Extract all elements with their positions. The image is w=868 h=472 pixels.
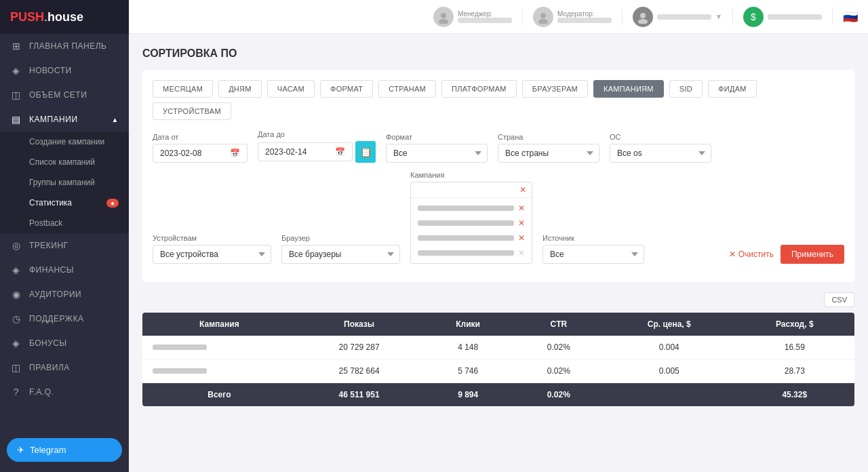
date-from-input[interactable]: 📅 xyxy=(153,144,248,163)
sidebar-item-main-panel[interactable]: ⊞ ГЛАВНАЯ ПАНЕЛЬ xyxy=(0,34,129,58)
sub-item-statistics[interactable]: Статистика ● xyxy=(0,193,129,213)
sidebar-item-label: F.A.Q. xyxy=(29,387,54,397)
campaign-bar-2 xyxy=(418,220,514,226)
sidebar-item-news[interactable]: ◈ НОВОСТИ xyxy=(0,58,129,83)
data-table: Кампания Показы Клики CTR Ср. цена, $ Ра… xyxy=(142,313,854,406)
header-divider-4 xyxy=(832,8,833,25)
account-info[interactable]: ▼ xyxy=(633,7,722,27)
sort-btn-campaigns[interactable]: КАМПАНИЯМ xyxy=(593,80,664,98)
csv-button[interactable]: CSV xyxy=(824,292,854,307)
format-select[interactable]: Все xyxy=(386,144,488,163)
remove-icon-1[interactable]: ✕ xyxy=(518,203,525,213)
header-divider-3 xyxy=(732,8,733,25)
country-label: Страна xyxy=(498,133,599,141)
campaigns-submenu: Создание кампании Список кампаний Группы… xyxy=(0,132,129,233)
sub-item-create-campaign[interactable]: Создание кампании xyxy=(0,132,129,152)
table-footer-row: Всего 46 511 951 9 894 0.02% 45.32$ xyxy=(142,383,854,407)
footer-clicks: 9 894 xyxy=(422,383,513,407)
balance-icon: $ xyxy=(743,7,764,27)
sidebar-item-label: БОНУСЫ xyxy=(29,338,67,348)
sidebar-item-tracking[interactable]: ◎ ТРЕКИНГ xyxy=(0,233,129,258)
calendar-toggle-button[interactable]: 📋 xyxy=(355,141,376,163)
sidebar-item-finances[interactable]: ◈ ФИНАНСЫ xyxy=(0,258,129,282)
date-to-input[interactable]: 📅 xyxy=(258,142,353,161)
remove-icon-4[interactable]: ✕ xyxy=(518,248,525,258)
campaign-list-item[interactable]: ✕ xyxy=(411,245,532,260)
sidebar-item-network-volume[interactable]: ◫ ОБЪЕМ СЕТИ xyxy=(0,83,129,107)
sub-item-campaign-groups[interactable]: Группы кампаний xyxy=(0,172,129,193)
audiences-icon: ◉ xyxy=(10,289,22,300)
sidebar-item-audiences[interactable]: ◉ АУДИТОРИИ xyxy=(0,282,129,307)
sub-item-campaign-list[interactable]: Список кампаний xyxy=(0,152,129,172)
sort-btn-browsers[interactable]: БРАУЗЕРАМ xyxy=(522,80,588,98)
dropdown-icon: ▼ xyxy=(715,13,722,20)
sidebar-item-bonuses[interactable]: ◈ БОНУСЫ xyxy=(0,331,129,355)
campaign-list-item[interactable]: ✕ xyxy=(411,201,532,216)
campaign-dropdown[interactable]: ✕ ✕ ✕ ✕ xyxy=(410,182,532,264)
filter-row-1: Дата от 📅 Дата до 📅 📋 xyxy=(153,130,844,163)
manager-label: Менеджер: xyxy=(458,10,512,18)
os-group: ОС Все os xyxy=(610,133,711,163)
sub-item-label: Статистика xyxy=(29,198,72,208)
remove-icon-2[interactable]: ✕ xyxy=(518,218,525,228)
sub-item-label: Создание кампании xyxy=(29,137,104,146)
chevron-up-icon: ▲ xyxy=(112,116,119,123)
sort-btn-months[interactable]: МЕСЯЦАМ xyxy=(153,80,213,98)
svg-point-3 xyxy=(538,19,548,24)
cell-campaign xyxy=(142,359,296,383)
calendar-icon-2: 📅 xyxy=(335,147,345,157)
sidebar-item-rules[interactable]: ◫ ПРАВИЛА xyxy=(0,355,129,380)
clear-button[interactable]: ✕ Очистить xyxy=(729,250,774,259)
sort-btn-format[interactable]: ФОРМАТ xyxy=(320,80,373,98)
sidebar-item-label: НОВОСТИ xyxy=(29,66,72,75)
date-from-field[interactable] xyxy=(160,149,226,158)
sidebar-item-label: ГЛАВНАЯ ПАНЕЛЬ xyxy=(29,41,106,51)
balance-value-bar xyxy=(768,14,822,20)
sidebar-item-label: КАМПАНИИ xyxy=(29,115,78,124)
date-to-field[interactable] xyxy=(265,147,331,157)
telegram-button[interactable]: ✈ Telegram xyxy=(7,438,122,462)
sidebar-item-campaigns[interactable]: ▤ КАМПАНИИ ▲ xyxy=(0,107,129,132)
country-select[interactable]: Все страны xyxy=(498,144,599,163)
cell-spend: 16.59 xyxy=(735,336,854,359)
sort-btn-sid[interactable]: SID xyxy=(669,80,703,98)
campaign-bar-1 xyxy=(418,205,514,211)
campaign-remove-icon[interactable]: ✕ xyxy=(519,185,526,195)
os-select[interactable]: Все os xyxy=(610,144,711,163)
sort-btn-devices[interactable]: УСТРОЙСТВАМ xyxy=(153,102,231,120)
sub-item-postback[interactable]: Postback xyxy=(0,213,129,233)
sidebar-item-support[interactable]: ◷ ПОДДЕРЖКА xyxy=(0,307,129,331)
sort-btn-feeds[interactable]: ФИДАМ xyxy=(708,80,757,98)
campaign-list-item[interactable]: ✕ xyxy=(411,231,532,245)
balance-info: $ xyxy=(743,7,822,27)
campaign-search-input[interactable] xyxy=(416,185,519,195)
device-select[interactable]: Все устройства xyxy=(153,245,271,264)
sort-btn-hours[interactable]: ЧАСАМ xyxy=(267,80,315,98)
svg-point-2 xyxy=(540,13,546,18)
sidebar-item-label: ТРЕКИНГ xyxy=(29,241,68,250)
campaign-list-item[interactable]: ✕ xyxy=(411,216,532,231)
sidebar-item-faq[interactable]: ? F.A.Q. xyxy=(0,380,129,404)
remove-icon-3[interactable]: ✕ xyxy=(518,233,525,243)
sidebar-item-label: АУДИТОРИИ xyxy=(29,290,81,299)
source-select[interactable]: Все xyxy=(542,245,644,264)
footer-avg-price xyxy=(604,383,735,407)
main-content: СОРТИРОВКА ПО МЕСЯЦАМ ДНЯМ ЧАСАМ ФОРМАТ … xyxy=(129,34,868,472)
footer-label: Всего xyxy=(142,383,296,407)
sort-btn-countries[interactable]: СТРАНАМ xyxy=(378,80,436,98)
filter-card: МЕСЯЦАМ ДНЯМ ЧАСАМ ФОРМАТ СТРАНАМ ПЛАТФО… xyxy=(142,70,854,282)
browser-select[interactable]: Все браузеры xyxy=(281,245,400,264)
rules-icon: ◫ xyxy=(10,362,22,373)
campaign-label: Кампания xyxy=(410,171,532,179)
sidebar-item-label: ФИНАНСЫ xyxy=(29,265,74,275)
apply-button[interactable]: Применить xyxy=(781,245,844,264)
header-divider-2 xyxy=(622,8,623,25)
sort-btn-days[interactable]: ДНЯМ xyxy=(218,80,262,98)
header: Менеджер: Модератор: ▼ $ 🇷🇺 xyxy=(129,0,868,34)
cell-spend: 28.73 xyxy=(735,359,854,383)
svg-point-4 xyxy=(640,13,646,18)
sort-buttons: МЕСЯЦАМ ДНЯМ ЧАСАМ ФОРМАТ СТРАНАМ ПЛАТФО… xyxy=(153,80,844,98)
browser-label: Браузер xyxy=(281,234,400,242)
sort-btn-platforms[interactable]: ПЛАТФОРМАМ xyxy=(441,80,517,98)
language-flag[interactable]: 🇷🇺 xyxy=(843,9,858,24)
